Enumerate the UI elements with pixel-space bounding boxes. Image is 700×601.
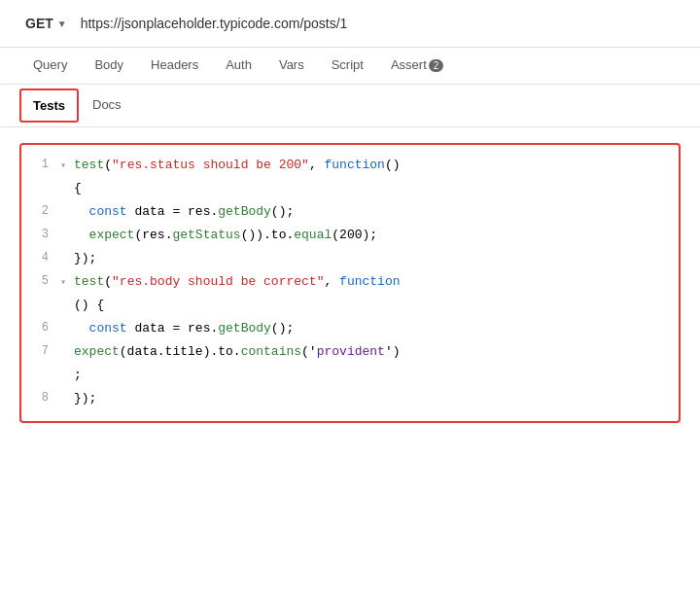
code-line-1: 1 ▾ test("res.status should be 200", fun…	[21, 155, 679, 178]
code-line-7b: ;	[21, 365, 679, 388]
tab-auth[interactable]: Auth	[212, 48, 265, 84]
assert-badge: 2	[429, 59, 444, 72]
line-content-8: });	[74, 389, 679, 408]
tab-query[interactable]: Query	[19, 48, 81, 84]
line-arrow-7	[60, 342, 74, 346]
line-num-5: 5	[21, 272, 60, 288]
line-arrow-8	[60, 389, 74, 393]
line-content-1b: {	[74, 179, 679, 198]
line-num-1: 1	[21, 156, 60, 171]
tab-assert[interactable]: Assert2	[377, 48, 457, 84]
method-dropdown-icon: ▼	[57, 18, 67, 29]
tab-headers[interactable]: Headers	[137, 48, 212, 84]
line-content-3: expect(res.getStatus()).to.equal(200);	[74, 226, 679, 245]
line-arrow-3	[60, 226, 74, 230]
code-editor[interactable]: 1 ▾ test("res.status should be 200", fun…	[19, 143, 681, 423]
line-content-4: });	[74, 249, 679, 268]
code-line-5b: () {	[21, 295, 679, 318]
code-line-5: 5 ▾ test("res.body should be correct", f…	[21, 271, 679, 295]
line-arrow-6	[60, 319, 74, 323]
code-line-8: 8 });	[21, 388, 679, 411]
code-line-7: 7 expect(data.title).to.contains('provid…	[21, 341, 679, 365]
line-content-7: expect(data.title).to.contains('providen…	[74, 342, 679, 362]
method-label: GET	[25, 16, 53, 31]
code-line-4: 4 });	[21, 248, 679, 271]
line-arrow-1: ▾	[60, 156, 74, 171]
line-num-8: 8	[21, 389, 60, 405]
code-line-6: 6 const data = res.getBody();	[21, 318, 679, 341]
line-arrow-5b	[60, 296, 74, 300]
code-line-2: 2 const data = res.getBody();	[21, 201, 679, 225]
line-num-3: 3	[21, 226, 60, 241]
tab-body[interactable]: Body	[81, 48, 137, 84]
url-input[interactable]	[81, 16, 681, 31]
line-num-6: 6	[21, 319, 60, 335]
line-content-1: test("res.status should be 200", functio…	[74, 156, 679, 175]
line-content-5: test("res.body should be correct", funct…	[74, 272, 679, 292]
code-line-3: 3 expect(res.getStatus()).to.equal(200);	[21, 225, 679, 248]
tabs-row-2: Tests Docs	[0, 85, 700, 127]
line-num-7: 7	[21, 342, 60, 358]
line-content-7b: ;	[74, 366, 679, 385]
method-selector[interactable]: GET ▼	[19, 12, 73, 35]
tabs-row-1: Query Body Headers Auth Vars Script Asse…	[0, 48, 700, 85]
line-num-1b	[21, 179, 60, 181]
url-bar: GET ▼	[0, 0, 700, 48]
line-num-5b	[21, 296, 60, 298]
line-content-6: const data = res.getBody();	[74, 319, 679, 338]
line-arrow-5: ▾	[60, 272, 74, 288]
line-num-7b	[21, 366, 60, 368]
code-line-1b: {	[21, 178, 679, 201]
tab-script[interactable]: Script	[318, 48, 377, 84]
line-arrow-7b	[60, 366, 74, 370]
line-arrow-4	[60, 249, 74, 253]
tab-vars[interactable]: Vars	[265, 48, 318, 84]
line-content-2: const data = res.getBody();	[74, 202, 679, 222]
tab-tests[interactable]: Tests	[19, 88, 79, 123]
line-num-2: 2	[21, 202, 60, 218]
line-content-5b: () {	[74, 296, 679, 315]
line-num-4: 4	[21, 249, 60, 265]
tab-docs[interactable]: Docs	[79, 88, 135, 124]
line-arrow-2	[60, 202, 74, 206]
line-arrow-1b	[60, 179, 74, 183]
